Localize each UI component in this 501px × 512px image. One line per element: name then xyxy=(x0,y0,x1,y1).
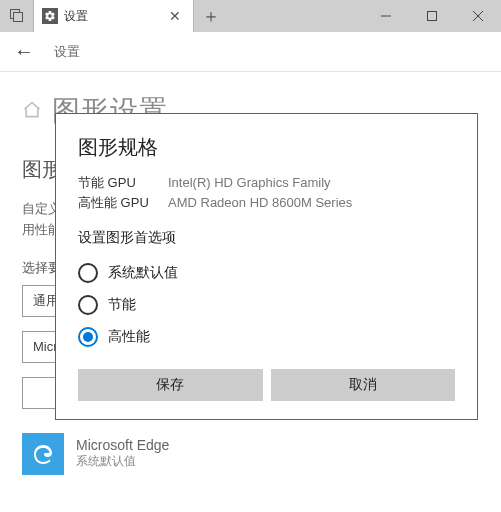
spec-key: 节能 GPU xyxy=(78,173,168,193)
active-tab[interactable]: 设置 ✕ xyxy=(34,0,194,32)
close-window-button[interactable] xyxy=(455,0,501,32)
cancel-button[interactable]: 取消 xyxy=(271,369,456,401)
tab-title: 设置 xyxy=(64,8,161,25)
spec-row: 节能 GPU Intel(R) HD Graphics Family xyxy=(78,173,455,193)
back-button[interactable]: ← xyxy=(8,38,40,65)
radio-label: 节能 xyxy=(108,296,136,314)
radio-label: 系统默认值 xyxy=(108,264,178,282)
dropdown-value: Micr xyxy=(33,339,58,354)
close-icon xyxy=(473,11,483,21)
app-name: Microsoft Edge xyxy=(76,437,169,453)
app-sublabel: 系统默认值 xyxy=(76,453,169,470)
minimize-button[interactable] xyxy=(363,0,409,32)
dialog-subheading: 设置图形首选项 xyxy=(78,229,455,247)
breadcrumb: 设置 xyxy=(54,43,80,61)
radio-label: 高性能 xyxy=(108,328,150,346)
spec-val: AMD Radeon HD 8600M Series xyxy=(168,193,352,213)
radio-option-default[interactable]: 系统默认值 xyxy=(78,257,455,289)
radio-option-powersave[interactable]: 节能 xyxy=(78,289,455,321)
spec-key: 高性能 GPU xyxy=(78,193,168,213)
radio-icon xyxy=(78,327,98,347)
toolbar: ← 设置 xyxy=(0,32,501,72)
minimize-icon xyxy=(381,11,391,21)
spec-val: Intel(R) HD Graphics Family xyxy=(168,173,331,193)
maximize-button[interactable] xyxy=(409,0,455,32)
svg-rect-1 xyxy=(13,13,22,22)
radio-group: 系统默认值 节能 高性能 xyxy=(78,257,455,353)
title-bar: 设置 ✕ ＋ xyxy=(0,0,501,32)
home-icon xyxy=(22,100,42,123)
maximize-icon xyxy=(427,11,437,21)
edge-icon xyxy=(22,433,64,475)
multitask-icon xyxy=(10,9,24,23)
graphics-spec-dialog: 图形规格 节能 GPU Intel(R) HD Graphics Family … xyxy=(55,113,478,420)
save-button[interactable]: 保存 xyxy=(78,369,263,401)
spec-row: 高性能 GPU AMD Radeon HD 8600M Series xyxy=(78,193,455,213)
svg-rect-3 xyxy=(428,12,437,21)
tab-close-button[interactable]: ✕ xyxy=(167,8,183,24)
app-list-item[interactable]: Microsoft Edge 系统默认值 xyxy=(22,433,479,475)
dialog-title: 图形规格 xyxy=(78,134,455,161)
gear-icon xyxy=(42,8,58,24)
radio-icon xyxy=(78,295,98,315)
radio-option-performance[interactable]: 高性能 xyxy=(78,321,455,353)
new-tab-button[interactable]: ＋ xyxy=(194,0,228,32)
radio-icon xyxy=(78,263,98,283)
multitask-button[interactable] xyxy=(0,0,34,32)
